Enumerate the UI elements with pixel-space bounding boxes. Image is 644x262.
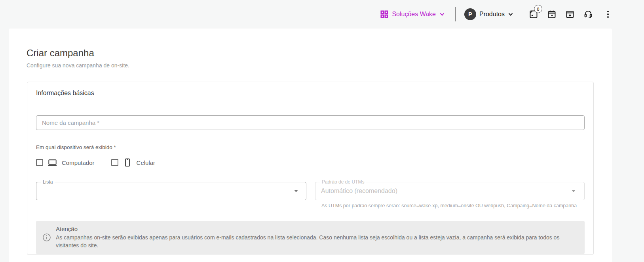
more-menu-button[interactable]	[601, 8, 615, 21]
utm-select-column: Padrão de de UTMs Automático (recomendad…	[315, 182, 585, 208]
chevron-down-icon	[439, 11, 445, 17]
page-subtitle: Configure sua nova campanha de on-site.	[27, 62, 612, 69]
solutions-menu[interactable]: Soluções Wake	[380, 10, 445, 18]
lista-select[interactable]: Lista	[36, 182, 306, 200]
computador-checkbox[interactable]	[36, 159, 43, 166]
page-title: Criar campanha	[27, 48, 612, 59]
device-label: Celular	[137, 159, 156, 166]
solutions-label: Soluções Wake	[392, 11, 436, 18]
attention-alert: Atenção As campanhas on-site serão exibi…	[36, 221, 585, 254]
header-icon-group: 8	[527, 8, 595, 21]
whats-new-button[interactable]: 8	[527, 8, 540, 21]
mobile-icon	[123, 158, 132, 167]
downloads-button[interactable]	[563, 8, 577, 21]
desktop-icon	[47, 158, 57, 167]
celular-checkbox[interactable]	[111, 159, 118, 166]
top-header: Soluções Wake P Produtos 8	[0, 0, 644, 29]
card-header: Informações básicas	[27, 82, 593, 104]
alert-title: Atenção	[56, 226, 568, 232]
header-divider	[455, 7, 456, 21]
calendar-event-icon	[547, 10, 557, 19]
apps-grid-icon	[380, 10, 388, 18]
card-body: Em qual dispositivo será exibido * Compu…	[27, 104, 593, 254]
select-label: Lista	[41, 179, 55, 185]
headset-icon	[583, 10, 593, 19]
device-options-row: Computador Celular	[36, 158, 585, 167]
main-panel: Criar campanha Configure sua nova campan…	[9, 29, 612, 262]
notification-badge: 8	[534, 5, 542, 13]
products-menu[interactable]: P Produtos	[464, 8, 513, 20]
device-label: Computador	[62, 159, 95, 166]
calendar-button[interactable]	[545, 8, 559, 21]
basic-info-card: Informações básicas Em qual dispositivo …	[27, 82, 594, 255]
dropdown-arrow-icon	[294, 190, 298, 192]
utm-helper-text: As UTMs por padrão sempre serão: source=…	[315, 203, 585, 208]
selects-row: Lista Padrão de de UTMs Automático (reco…	[36, 182, 585, 208]
info-icon	[42, 233, 51, 242]
products-label: Produtos	[479, 11, 505, 18]
chevron-down-icon	[508, 11, 513, 17]
kebab-menu-icon	[603, 10, 613, 19]
device-option-computador[interactable]: Computador	[36, 158, 95, 167]
campaign-name-input[interactable]	[36, 115, 585, 130]
download-tray-icon	[565, 10, 575, 19]
dropdown-arrow-icon	[572, 190, 576, 192]
select-label: Padrão de de UTMs	[320, 179, 366, 185]
avatar: P	[464, 8, 476, 20]
alert-content: Atenção As campanhas on-site serão exibi…	[56, 226, 568, 249]
support-button[interactable]	[581, 8, 595, 21]
alert-text: As campanhas on-site serão exibidas apen…	[56, 233, 568, 249]
device-question-label: Em qual dispositivo será exibido *	[36, 144, 585, 150]
utm-select: Padrão de de UTMs Automático (recomendad…	[315, 182, 585, 200]
device-option-celular[interactable]: Celular	[111, 158, 156, 167]
card-title: Informações básicas	[36, 90, 94, 97]
